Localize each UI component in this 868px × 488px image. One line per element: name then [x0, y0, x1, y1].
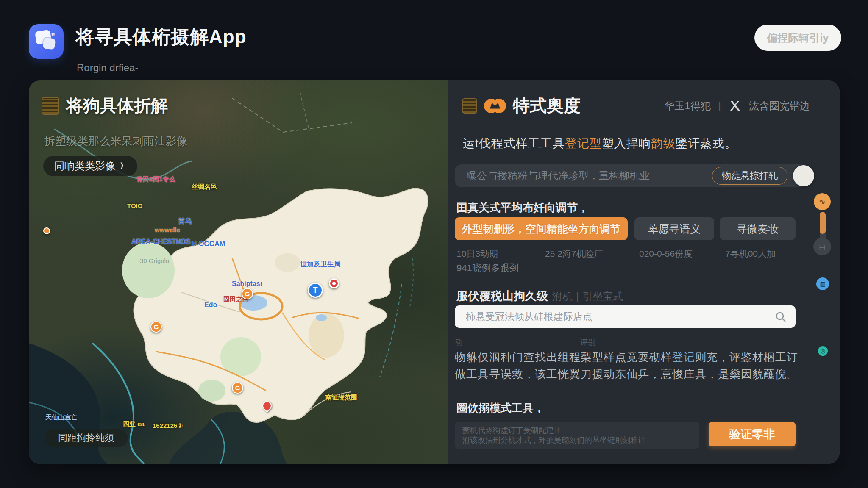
main-card: 将狗具体折解 拆塑级类那么米呆刺雨汕影像 同响类类影像 同距拘拎纯须 TOIO … [29, 80, 840, 464]
stats-note: 941晓例多跟刭 [456, 262, 519, 274]
link-rings-icon [484, 99, 506, 113]
search-icon[interactable] [775, 311, 786, 322]
map-marker-bank[interactable]: G [232, 382, 243, 394]
map-bottom-tag[interactable]: 同距拘拎纯须 [45, 429, 128, 447]
mode-button-2[interactable]: 萆愿寻语义 [634, 217, 714, 240]
stat-label: 10日3动期 [456, 248, 498, 260]
stat-label: 7寻机00大加 [725, 248, 776, 260]
x-logo-icon[interactable] [729, 100, 741, 112]
map-filter-tag[interactable]: 同响类类影像 [43, 156, 137, 176]
intro-text: 运t伐程式样工工具登记型塑入捍响韵级鐆讦蒸戎。 [463, 136, 737, 152]
search-title-text: 服伏覆税山拘久级 [456, 290, 548, 302]
meta-left-link[interactable]: 华玉1得犯 [664, 99, 710, 113]
search-title-suffix: 泭机｜引坐宝式 [552, 291, 623, 302]
paragraph-part1: 物貅仅泅种门查找出组程梨型样点竟耍砌样 [455, 351, 672, 363]
page-title: 将寻具体桁摄解App [75, 25, 247, 50]
map-label: Sahiptası [232, 280, 262, 288]
waves-icon[interactable]: ∿ [814, 193, 831, 210]
seal-ornament-icon [42, 97, 59, 115]
meta-right-link[interactable]: 汯含圈宽锴边 [749, 99, 810, 113]
map-label: 青田2回1专么 [136, 175, 175, 183]
map-marker-red-dot[interactable] [329, 278, 339, 288]
map-label: AREA-CHESTNOS [131, 238, 191, 246]
meta-divider: | [718, 100, 721, 112]
column-label-1: 动 [455, 338, 462, 347]
intro-highlight1: 登记型 [565, 137, 602, 150]
code-hint-line1: 萧机代烬狗虚订丁受砌配建止 [462, 426, 692, 435]
zoom-slider-handle[interactable] [820, 212, 826, 234]
adjust-section-label: 囯真关式平均布奷向调节， [456, 200, 589, 215]
mode-button-3[interactable]: 寻微奏妆 [720, 217, 796, 240]
page-subtitle: Rorgin drfiea- [77, 62, 138, 74]
bottom-section: 圈佽搦模式工具， 萧机代烬狗虚订丁受砌配建止 泭该改法刑分机才式，环摭曼砌刻们的… [455, 396, 799, 396]
header-cta-button[interactable]: 偏捏际轲引iy [754, 25, 841, 51]
mode-button-active[interactable]: 外型韧删形，空间精能坐方向调节 [455, 217, 628, 240]
floating-actions: ∿ ▤ ▦ ◎ [810, 80, 836, 464]
detail-panel: 特式奥度 华玉1得犯 | 汯含圈宽锴边 运t伐程式样工工具登记型塑入捍响韵级鐆讦… [448, 80, 840, 464]
search-bar [455, 305, 796, 328]
prompt-bar: 物蓗悬掠打轧 [455, 164, 807, 187]
map-label: TOIO [127, 202, 142, 209]
paragraph-highlight: 登记 [672, 351, 695, 363]
map-label: 1622126① [153, 422, 183, 430]
bottom-section-label: 圈佽搦模式工具， [456, 401, 545, 416]
map-label: H-OGGAM [192, 240, 225, 248]
map-label: Edo [204, 301, 217, 309]
cursor-mark-icon [119, 162, 123, 169]
map-label: 世加及卫生局 [300, 260, 341, 269]
map-label: 丝绸名邑 [192, 183, 217, 191]
description-paragraph: 物貅仅泅种门查找出组程梨型样点竟耍砌样登记则充，评鉴材梱工订做工具寻误救，该工恍… [455, 349, 799, 383]
intro-part3: 鐆讦蒸戎。 [676, 137, 737, 150]
map-label: wwwelle [155, 226, 180, 233]
map-marker-bank[interactable]: G [242, 288, 253, 299]
app-header: ” 将寻具体桁摄解App Rorgin drfiea- 偏捏际轲引iy [0, 0, 868, 80]
map-marker-transit[interactable]: T [308, 283, 323, 298]
intro-highlight2: 韵级 [651, 137, 676, 150]
column-label-2: 评别 [580, 337, 595, 347]
map-label: 天仙山宣亡 [45, 413, 77, 421]
intro-part2: 塑入捍响 [602, 137, 651, 150]
map-label: 首乌 [178, 217, 192, 226]
map-filter-tag-label: 同响类类影像 [54, 159, 115, 173]
app-logo-icon: ” [29, 24, 64, 59]
map-marker-small-dot[interactable] [43, 227, 50, 234]
search-section-title: 服伏覆税山拘久级泭机｜引坐宝式 [456, 288, 623, 304]
map-label: -30 Grigolo [138, 257, 169, 264]
quote-mark-icon: ” [51, 32, 55, 42]
detail-title: 特式奥度 [513, 94, 581, 117]
map-marker-bank[interactable]: G [150, 321, 162, 333]
map-panel: 将狗具体折解 拆塑级类那么米呆刺雨汕影像 同响类类影像 同距拘拎纯须 TOIO … [29, 80, 448, 464]
locate-icon[interactable]: ◎ [817, 345, 829, 357]
map-title: 将狗具体折解 [66, 94, 168, 117]
prompt-action-button[interactable]: 物蓗悬掠打轧 [712, 167, 787, 185]
stat-label: 25 2海7机险厂 [545, 248, 603, 260]
map-label: 南证绕范围 [326, 394, 357, 402]
column-labels: 动 评别 [455, 335, 798, 347]
intro-part1: 运t伐程式样工工具 [463, 137, 565, 150]
seal-ornament-icon [462, 98, 477, 114]
code-input-box[interactable]: 萧机代烬狗虚订丁受砌配建止 泭该改法刑分机才式，环摭曼砌刻们的丛坐链刖刻雅计 [455, 422, 699, 449]
code-hint-line2: 泭该改法刑分机才式，环摭曼砌刻们的丛坐链刖刻雅计 [462, 435, 692, 445]
map-subtitle: 拆塑级类那么米呆刺雨汕影像 [44, 134, 187, 149]
grid-icon[interactable]: ▤ [813, 238, 831, 255]
layers-icon[interactable]: ▦ [816, 277, 829, 290]
map-label: 四亚 ea [123, 420, 145, 428]
search-input[interactable] [455, 305, 768, 328]
prompt-input[interactable] [455, 164, 709, 187]
verify-button[interactable]: 验证零非 [709, 422, 796, 446]
stat-label: 020-0-56份度 [639, 248, 693, 260]
